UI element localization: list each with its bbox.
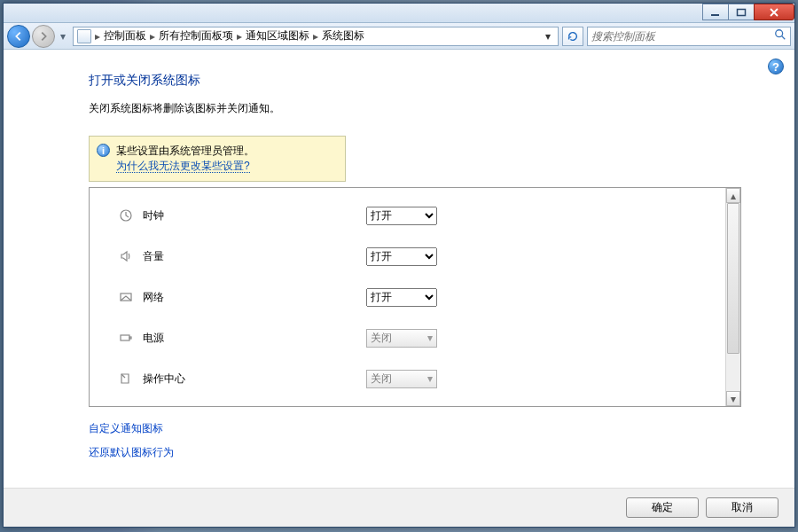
page-subtitle: 关闭系统图标将删除该图标并关闭通知。 (89, 101, 741, 116)
svg-point-2 (776, 30, 783, 37)
row-icon (116, 208, 136, 223)
list-row: 电源关闭▾ (116, 317, 699, 358)
help-icon[interactable]: ? (768, 59, 784, 74)
scroll-up-button[interactable]: ▴ (726, 188, 740, 203)
link-restore[interactable]: 还原默认图标行为 (89, 445, 741, 460)
row-label: 音量 (136, 249, 366, 264)
nav-history-dropdown[interactable]: ▾ (57, 30, 69, 43)
row-label: 操作中心 (136, 372, 366, 387)
page-title: 打开或关闭系统图标 (89, 73, 741, 89)
breadcrumb-seg-0[interactable]: 控制面板 ▸ (104, 28, 155, 43)
row-icon (116, 290, 136, 304)
ok-button[interactable]: 确定 (626, 497, 699, 518)
minimize-button[interactable] (702, 4, 729, 20)
scroll-down-button[interactable]: ▾ (726, 391, 740, 406)
behavior-select[interactable]: 打开关闭 (366, 247, 437, 266)
nav-arrows: ▾ (7, 25, 69, 48)
navbar: ▾ ▸ 控制面板 ▸ 所有控制面板项 ▸ 通知区域图标 ▸ 系统图标 ▾ (4, 23, 794, 50)
scroll-track[interactable] (726, 203, 740, 391)
svg-rect-6 (121, 335, 129, 340)
list-row: 时钟打开关闭 (116, 195, 699, 236)
svg-rect-7 (129, 337, 131, 339)
admin-note-text: 某些设置由系统管理员管理。 (116, 144, 336, 159)
list-row: 音量打开关闭 (116, 236, 699, 277)
close-button[interactable] (754, 4, 794, 20)
back-button[interactable] (7, 25, 30, 48)
location-icon (77, 29, 91, 43)
refresh-button[interactable] (562, 27, 583, 46)
scrollbar[interactable]: ▴ ▾ (725, 188, 740, 406)
titlebar (4, 4, 794, 23)
scroll-thumb[interactable] (727, 203, 739, 354)
cancel-button[interactable]: 取消 (706, 497, 778, 518)
address-bar[interactable]: ▸ 控制面板 ▸ 所有控制面板项 ▸ 通知区域图标 ▸ 系统图标 ▾ (73, 27, 559, 46)
list-row: 操作中心关闭▾ (116, 358, 699, 399)
behavior-select-disabled: 关闭▾ (366, 370, 437, 388)
footer: 确定 取消 (4, 488, 794, 527)
breadcrumb-seg-1[interactable]: 所有控制面板项 ▸ (159, 28, 242, 43)
address-dropdown[interactable]: ▾ (542, 30, 554, 43)
admin-note-link[interactable]: 为什么我无法更改某些设置? (116, 160, 250, 173)
svg-line-3 (782, 36, 786, 40)
row-label: 时钟 (136, 208, 366, 223)
window: ▾ ▸ 控制面板 ▸ 所有控制面板项 ▸ 通知区域图标 ▸ 系统图标 ▾ ? 打… (3, 3, 795, 528)
breadcrumb-seg-2[interactable]: 通知区域图标 ▸ (246, 28, 318, 43)
breadcrumb-seg-3[interactable]: 系统图标 (322, 28, 364, 43)
link-customize[interactable]: 自定义通知图标 (89, 421, 741, 436)
behavior-select-disabled: 关闭▾ (366, 329, 437, 348)
row-label: 网络 (136, 290, 366, 305)
content: ? 打开或关闭系统图标 关闭系统图标将删除该图标并关闭通知。 i 某些设置由系统… (4, 50, 794, 488)
svg-rect-0 (711, 14, 719, 16)
bottom-links: 自定义通知图标 还原默认图标行为 (89, 421, 741, 460)
admin-note: i 某些设置由系统管理员管理。 为什么我无法更改某些设置? (89, 136, 346, 182)
behavior-select[interactable]: 打开关闭 (366, 288, 437, 307)
search-box[interactable] (587, 27, 791, 46)
search-input[interactable] (591, 30, 774, 43)
maximize-button[interactable] (728, 4, 755, 20)
search-icon[interactable] (774, 28, 786, 43)
forward-button[interactable] (32, 25, 55, 48)
caption-buttons (703, 4, 794, 20)
row-label: 电源 (136, 331, 366, 346)
row-icon (116, 331, 136, 345)
svg-rect-1 (738, 9, 746, 15)
behavior-select[interactable]: 打开关闭 (366, 207, 437, 225)
chevron-icon: ▸ (95, 30, 100, 43)
row-icon (116, 372, 136, 386)
icon-list: 时钟打开关闭音量打开关闭网络打开关闭电源关闭▾操作中心关闭▾ ▴ ▾ (89, 187, 741, 407)
row-icon (116, 249, 136, 263)
list-row: 网络打开关闭 (116, 277, 699, 317)
info-icon: i (97, 144, 110, 157)
